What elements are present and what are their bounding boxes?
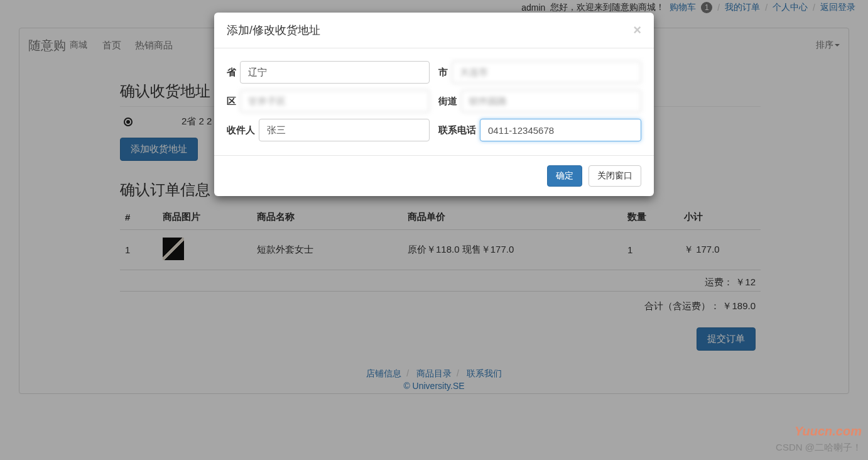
close-icon[interactable]: × (633, 23, 641, 37)
modal-title: 添加/修改收货地址 (227, 23, 320, 38)
watermark-credit: CSDN @二哈喇子！ (776, 442, 862, 454)
street-label: 街道 (438, 96, 457, 107)
close-window-button[interactable]: 关闭窗口 (589, 165, 641, 187)
district-input[interactable] (240, 90, 430, 112)
province-input[interactable] (240, 61, 430, 84)
receiver-label: 收件人 (227, 124, 255, 136)
province-label: 省 (227, 67, 236, 79)
modal-body: 省 市 区 街道 收件人 联系电话 (214, 48, 654, 145)
modal-header: 添加/修改收货地址 × (214, 13, 654, 48)
modal-footer: 确定 关闭窗口 (214, 155, 654, 196)
confirm-button[interactable]: 确定 (547, 165, 582, 187)
phone-label: 联系电话 (438, 124, 476, 136)
city-input[interactable] (452, 61, 641, 84)
street-input[interactable] (461, 90, 641, 112)
receiver-input[interactable] (259, 119, 430, 141)
address-modal: 添加/修改收货地址 × 省 市 区 街道 收件人 (214, 13, 654, 196)
watermark-logo: Yuucn.com (795, 424, 862, 439)
city-label: 市 (438, 67, 448, 79)
district-label: 区 (227, 96, 236, 107)
phone-input[interactable] (480, 119, 641, 141)
